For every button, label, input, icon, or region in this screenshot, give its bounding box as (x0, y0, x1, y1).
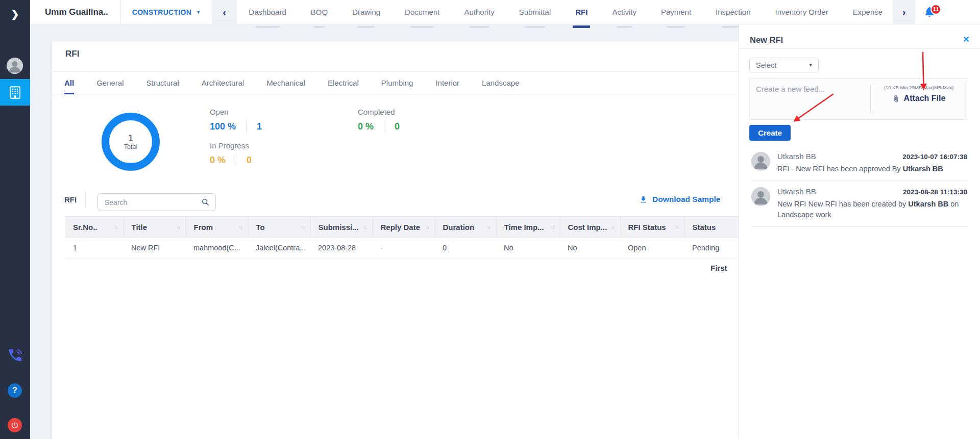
nav-tab-submittal[interactable]: Submittal (519, 0, 551, 24)
sort-icon[interactable]: ↑↓ (177, 224, 182, 230)
avatar (751, 152, 770, 171)
page-title: RFI (65, 49, 79, 59)
attach-size-hint: (10 KB Min,25MB Max)MB Max) (884, 85, 953, 90)
sort-icon[interactable]: ↑↓ (551, 224, 556, 230)
feed-item: Utkarsh BB 2023-10-07 16:07:38 RFI - New… (751, 146, 967, 181)
cell-title: New RFI (124, 238, 186, 259)
sort-icon[interactable]: ↑↓ (239, 224, 244, 230)
stat-completed-percent: 0 % (358, 121, 374, 132)
column-header-submission[interactable]: Submissi...↑↓ (310, 217, 373, 238)
cell-to: Jaleel(Contra... (248, 238, 310, 259)
column-header-rfi-status[interactable]: RFI Status↑↓ (620, 217, 684, 238)
column-header-duration[interactable]: Duration↑↓ (435, 217, 496, 238)
donut-total-value: 1 (128, 133, 134, 144)
chevron-right-icon: › (902, 7, 905, 18)
column-header-srno[interactable]: Sr.No..↑↓ (65, 217, 124, 238)
nav-tab-payment[interactable]: Payment (661, 0, 691, 24)
feed-timestamp: 2023-08-28 11:13:30 (903, 188, 967, 196)
nav-tab-inspection[interactable]: Inspection (716, 0, 750, 24)
tab-all[interactable]: All (64, 72, 74, 94)
power-icon (11, 421, 19, 429)
nav-tab-document[interactable]: Document (405, 0, 439, 24)
sidebar: ❯ ? (0, 0, 30, 439)
nav-tab-rfi[interactable]: RFI (575, 0, 587, 24)
user-avatar[interactable] (7, 58, 23, 74)
project-type-dropdown[interactable]: CONSTRUCTION ▼ (121, 0, 212, 24)
nav-tab-drawing[interactable]: Drawing (352, 0, 380, 24)
column-header-from[interactable]: From↑↓ (186, 217, 248, 238)
feed-input[interactable] (752, 82, 868, 116)
close-icon[interactable]: ✕ (963, 34, 970, 45)
tab-mechanical[interactable]: Mechanical (266, 72, 305, 94)
column-header-reply-date[interactable]: Reply Date↑↓ (373, 217, 435, 238)
download-sample-button[interactable]: Download Sample (639, 195, 721, 204)
column-header-status[interactable]: Status (684, 217, 745, 238)
feed-composer: (10 KB Min,25MB Max)MB Max) Attach File (749, 78, 967, 120)
feed-timestamp: 2023-10-07 16:07:38 (902, 153, 967, 161)
tab-general[interactable]: General (96, 72, 124, 94)
nav-scroll-right-button[interactable]: › (893, 0, 915, 24)
tab-landscape[interactable]: Landscape (482, 72, 519, 94)
nav-scroll-left-button[interactable]: ‹ (212, 0, 237, 24)
tab-structural[interactable]: Structural (146, 72, 179, 94)
sort-icon[interactable]: ↑↓ (114, 224, 119, 230)
column-header-cost-impact[interactable]: Cost Imp...↑↓ (560, 217, 620, 238)
sort-icon[interactable]: ↑↓ (611, 224, 616, 230)
rfi-select-dropdown[interactable]: Select ▾ (749, 58, 819, 72)
search-box (97, 193, 216, 211)
tab-plumbing[interactable]: Plumbing (381, 72, 413, 94)
tab-architectural[interactable]: Architectural (202, 72, 244, 94)
nav-tab-dashboard[interactable]: Dashboard (249, 0, 286, 24)
tab-electrical[interactable]: Electrical (328, 72, 359, 94)
logout-button[interactable] (8, 418, 22, 432)
sort-icon[interactable]: ↑↓ (675, 224, 680, 230)
project-name: Umm Guailina.. (30, 0, 120, 24)
expand-icon: ❯ (11, 9, 19, 19)
column-header-title[interactable]: Title↑↓ (124, 217, 186, 238)
contact-support-button[interactable] (7, 347, 23, 363)
cell-from: mahmood(C... (186, 238, 248, 259)
feed-author: Utkarsh BB (777, 152, 816, 161)
sort-icon[interactable]: ↑↓ (426, 224, 431, 230)
nav-tab-authority[interactable]: Authority (464, 0, 494, 24)
cell-srno: 1 (65, 238, 124, 259)
stat-in-progress: In Progress 0 % 0 (210, 141, 252, 166)
nav-tab-activity[interactable]: Activity (612, 0, 636, 24)
tab-interior[interactable]: Interior (435, 72, 459, 94)
table-section-title: RFI (64, 195, 77, 204)
rfi-card: RFI All General Structural Architectural… (52, 41, 748, 439)
cell-time-impact: No (496, 238, 560, 259)
stat-completed-count: 0 (395, 121, 400, 132)
nav-tab-inventory-order[interactable]: Inventory Order (775, 0, 828, 24)
person-photo-icon (751, 152, 770, 171)
cell-rfi-status-link[interactable]: Open (620, 238, 684, 259)
column-header-to[interactable]: To↑↓ (248, 217, 310, 238)
table-row[interactable]: 1 New RFI mahmood(C... Jaleel(Contra... … (65, 238, 745, 259)
nav-tab-boq[interactable]: BOQ (311, 0, 328, 24)
divider (236, 154, 236, 166)
cell-cost-impact: No (560, 238, 620, 259)
column-header-time-impact[interactable]: Time Imp...↑↓ (496, 217, 560, 238)
attach-file-button[interactable]: Attach File (892, 94, 946, 103)
divider (384, 121, 384, 132)
pagination-first-button[interactable]: First (710, 264, 727, 272)
search-input[interactable] (98, 198, 201, 206)
panel-title: New RFI (750, 35, 783, 45)
create-button[interactable]: Create (749, 125, 791, 141)
paperclip-icon (892, 95, 900, 102)
sort-icon[interactable]: ↑↓ (487, 224, 492, 230)
sidebar-item-projects[interactable] (0, 79, 30, 106)
chevron-left-icon: ‹ (223, 6, 226, 18)
rfi-table: Sr.No..↑↓ Title↑↓ From↑↓ To↑↓ Submissi..… (65, 216, 745, 259)
sort-icon[interactable]: ↑↓ (301, 224, 306, 230)
stat-completed: Completed 0 % 0 (358, 108, 400, 132)
notifications-button[interactable]: 11 (923, 6, 937, 19)
help-button[interactable]: ? (8, 383, 22, 398)
divider (739, 48, 980, 49)
feed-message: RFI - New RFI has been approved By Utkar… (777, 164, 967, 174)
nav-tab-expense[interactable]: Expense (853, 0, 883, 24)
sort-icon[interactable]: ↑↓ (363, 224, 369, 230)
feed-item: Utkarsh BB 2023-08-28 11:13:30 New RFI N… (751, 181, 967, 227)
sidebar-expand-button[interactable]: ❯ (0, 8, 30, 20)
search-icon[interactable] (201, 198, 210, 206)
